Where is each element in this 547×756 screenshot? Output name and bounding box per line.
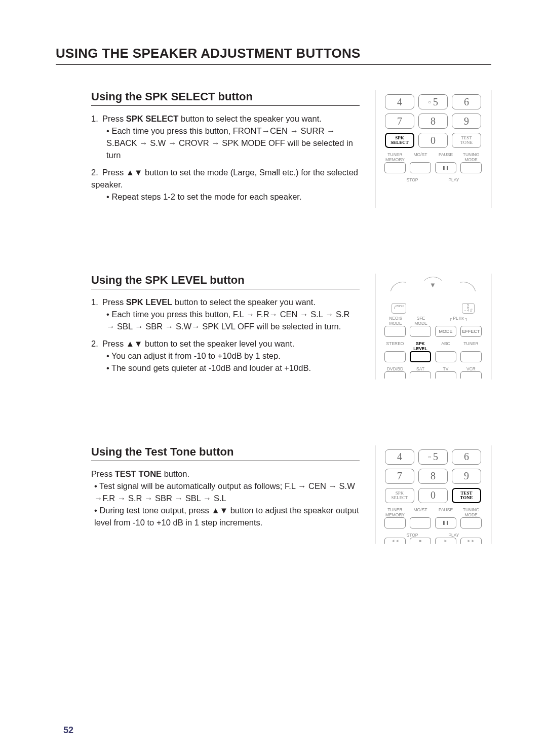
remote-btn-test-tone: TESTTONE (452, 488, 481, 503)
remote-btn-9: 9 (452, 469, 481, 484)
remote-btn-tuner (460, 351, 482, 362)
remote-btn-abc (435, 351, 456, 362)
remote-btn-dvdbd (384, 371, 406, 379)
subtitle-spk-select: Using the SPK SELECT button (91, 90, 360, 106)
transport-play-icon: ► (435, 538, 456, 544)
remote-btn-effect: EFFECT (460, 326, 482, 337)
step-1-bullet: Each time you press this button, F.L → F… (106, 309, 360, 333)
step-2-bullet-2: The sound gets quieter at -10dB and loud… (106, 362, 360, 374)
step-2: 2.Press ▲▼ button to set the speaker lev… (91, 338, 360, 374)
label-pause: PAUSE (435, 152, 456, 162)
label-stop: STOP (402, 177, 423, 182)
remote-btn-7: 7 (385, 469, 414, 484)
remote-btn-4: 4 (385, 449, 414, 465)
remote-btn-7: 7 (385, 114, 414, 129)
label-abc: ABC (435, 341, 456, 351)
remote-btn-mode: MODE (435, 326, 456, 337)
remote-btn-test-tone: TESTTONE (452, 133, 481, 148)
remote-btn-most (410, 162, 431, 173)
label-most: MO/ST (410, 507, 431, 517)
subtitle-spk-level: Using the SPK LEVEL button (91, 274, 360, 289)
label-sfe: SFE MODE (410, 316, 432, 326)
remote-btn-5: ○5 (418, 94, 448, 109)
label-spk-level: SPK LEVEL (410, 341, 431, 351)
remote-diagram-test-tone: 4 ○5 6 7 8 9 SPKSELECT 0 TESTTONE TUNER … (375, 445, 491, 544)
label-most: MO/ST (410, 152, 431, 162)
label-tuner: TUNER (460, 341, 482, 351)
transport-next-icon: ►► (460, 538, 482, 544)
step-2: 2.Press ▲▼ button to set the mode (Large… (91, 167, 360, 203)
remote-btn-0: 0 (418, 488, 448, 503)
label-vcr: VCR (460, 366, 482, 371)
remote-btn-spk-select: SPKSELECT (385, 488, 414, 503)
remote-btn-vcr (460, 371, 482, 379)
label-stereo: STEREO (384, 341, 406, 351)
label-dvdbd: DVD/BD (384, 366, 406, 371)
label-stop: STOP (402, 533, 423, 538)
label-tv: TV (435, 366, 456, 371)
remote-btn-pause: ❚❚ (435, 517, 456, 528)
remote-btn-spk-level (410, 351, 431, 362)
transport-stop-icon: ■ (410, 538, 431, 544)
step-1-bullet: Each time you press this button, FRONT→C… (106, 125, 360, 162)
remote-btn-8: 8 (418, 114, 448, 129)
remote-btn-6: 6 (452, 94, 481, 109)
section-spk-select: Using the SPK SELECT button 1.Press SPK … (56, 90, 491, 208)
section-spk-level: Using the SPK LEVEL button 1.Press SPK L… (56, 274, 491, 380)
remote-btn-tv (435, 371, 456, 379)
step-2-bullet-1: You can adjust it from -10 to +10dB by 1… (106, 350, 360, 362)
page-title: USING THE SPEAKER ADJUSTMENT BUTTONS (56, 46, 491, 65)
label-tuner-memory: TUNER MEMORY (384, 152, 406, 162)
label-tuner-memory: TUNER MEMORY (384, 507, 406, 517)
remote-btn-pause: ❚❚ (435, 162, 456, 173)
remote-btn-stereo (384, 351, 406, 362)
section-test-tone: Using the Test Tone button Press TEST TO… (56, 445, 491, 544)
remote-btn-tuning-mode (460, 517, 482, 528)
nav-arc-down (420, 277, 446, 302)
remote-btn-spk-select: SPKSELECT (385, 133, 414, 148)
remote-btn-8: 8 (418, 469, 448, 484)
transport-prev-icon: ◄◄ (384, 538, 406, 544)
label-tuning-mode: TUNING MODE (460, 507, 482, 517)
label-plii: ┌ PL IIx ┐ (436, 316, 481, 326)
remote-btn-5: ○5 (418, 449, 448, 465)
remote-btn-most (410, 517, 431, 528)
test-tone-bullet-1: Test signal will be automatically output… (94, 480, 360, 505)
remote-btn-sat (410, 371, 431, 379)
remote-diagram-spk-level: iINFO -EXIT▯ NEO:6 MODE SFE MODE ┌ PL II… (375, 274, 491, 380)
exit-button: -EXIT▯ (462, 303, 475, 314)
remote-diagram-spk-select: 4 ○5 6 7 8 9 SPKSELECT 0 TESTTONE TUNER … (375, 90, 491, 208)
label-tuning-mode: TUNING MODE (460, 152, 482, 162)
remote-btn-tuner-memory (384, 162, 406, 173)
label-neo6: NEO:6 MODE (385, 316, 406, 326)
remote-btn-tuning-mode (460, 162, 482, 173)
subtitle-test-tone: Using the Test Tone button (91, 445, 360, 461)
remote-btn-6: 6 (452, 449, 481, 465)
label-sat: SAT (410, 366, 431, 371)
test-tone-intro: Press TEST TONE button. (91, 468, 360, 480)
page-number: 52 (63, 725, 73, 736)
step-1: 1.Press SPK LEVEL button to select the s… (91, 296, 360, 333)
step-1: 1.Press SPK SELECT button to select the … (91, 113, 360, 162)
remote-btn-tuner-memory (384, 517, 406, 528)
label-pause: PAUSE (435, 507, 456, 517)
remote-btn-0: 0 (418, 133, 448, 148)
remote-btn-neo6 (384, 326, 406, 337)
remote-btn-sfe (410, 326, 431, 337)
remote-btn-4: 4 (385, 94, 414, 109)
info-button: iINFO (392, 303, 406, 314)
label-play: PLAY (443, 177, 464, 182)
label-play: PLAY (443, 533, 464, 538)
step-2-bullet: Repeat steps 1-2 to set the mode for eac… (106, 191, 360, 203)
test-tone-bullet-2: During test tone output, press ▲▼ button… (94, 505, 360, 529)
remote-btn-9: 9 (452, 114, 481, 129)
